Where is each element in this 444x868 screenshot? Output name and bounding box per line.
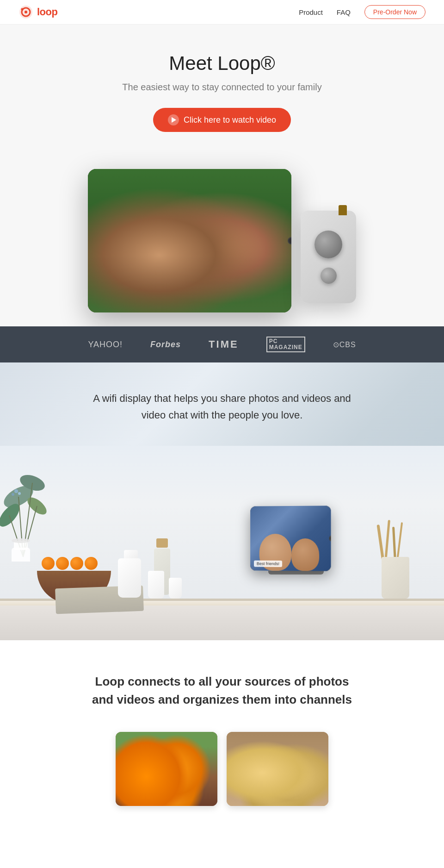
time-logo: TIME [209,338,239,350]
watch-btn-label: Click here to watch video [184,115,276,125]
orange-4 [85,557,98,570]
channel-thumb-1 [116,732,217,806]
loop-screen-content: Best friends! [250,506,331,571]
yahoo-logo: YAHOO! [88,340,123,350]
channels-title: Loop connects to all your sources of pho… [88,673,356,709]
wifi-background: A wifi display that helps you share phot… [0,362,444,640]
utensil-2 [384,520,390,562]
loop-stand-base [268,571,324,575]
best-friends-label: Best friends! [254,561,282,567]
tall-white-jug [118,550,143,599]
svg-point-17 [12,538,30,543]
kitchen-bg: Best friends! [0,446,444,640]
svg-point-12 [14,489,18,493]
plant-decoration [0,455,51,562]
utensil-3 [392,527,396,562]
channel-thumb-2-visual [227,732,328,806]
channel-thumbnails [18,732,426,806]
device-mockup [0,150,444,326]
loop-logo-icon [18,5,33,19]
logo-text: loop [37,6,57,18]
plug-prong [339,205,347,215]
watch-video-button[interactable]: Click here to watch video [153,108,291,132]
wifi-description: A wifi display that helps you share phot… [83,390,361,423]
small-white-vessel-2 [169,578,182,599]
wifi-section: A wifi display that helps you share phot… [0,362,444,640]
family-photo [88,169,291,312]
utensil-cup [382,557,409,599]
navbar: loop Product FAQ Pre-Order Now [0,0,444,25]
screen-inner [88,169,291,312]
logo[interactable]: loop [18,5,57,19]
svg-point-13 [12,493,14,496]
orange-2 [56,557,69,570]
kitchen-scene: Best friends! [0,446,444,640]
screen-person-2 [291,538,319,571]
channel-thumb-2 [227,732,328,806]
nav-product-link[interactable]: Product [299,8,323,16]
preorder-button[interactable]: Pre-Order Now [364,5,426,19]
orange-3 [70,557,83,570]
plant-svg [0,455,51,562]
channels-section: Loop connects to all your sources of pho… [0,640,444,824]
forbes-logo: Forbes [150,340,181,350]
nav-links: Product FAQ Pre-Order Now [299,5,426,19]
loop-counter-screen: Best friends! [250,506,331,571]
side-knob-small [321,268,337,284]
utensil-holder [375,534,416,599]
wifi-text-block: A wifi display that helps you share phot… [83,390,361,423]
play-icon [168,114,179,125]
cbs-logo: ⊙CBS [333,340,356,349]
loop-device-counter: Best friends! [250,506,342,599]
small-white-vessel-1 [148,571,164,599]
side-plug-device [301,211,356,303]
hero-subtitle: The easiest way to stay connected to you… [122,80,321,94]
device-hero-area [0,150,444,326]
pc-magazine-logo: PCMAGAZINE [266,337,305,352]
nav-faq-link[interactable]: FAQ [337,8,351,16]
side-knob-big [314,231,342,258]
svg-point-14 [18,492,21,495]
channel-thumb-1-visual [116,732,217,806]
utensil-4 [396,522,403,562]
hero-section: Meet Loop® The easiest way to stay conne… [0,25,444,150]
utensil-1 [376,525,384,562]
press-bar: YAHOO! Forbes TIME PCMAGAZINE ⊙CBS [0,326,444,362]
main-screen-device [88,169,291,312]
svg-point-2 [25,11,27,13]
white-vessels [118,550,182,599]
hero-title: Meet Loop® [169,52,275,75]
orange-1 [42,557,55,570]
svg-point-3 [21,8,24,11]
